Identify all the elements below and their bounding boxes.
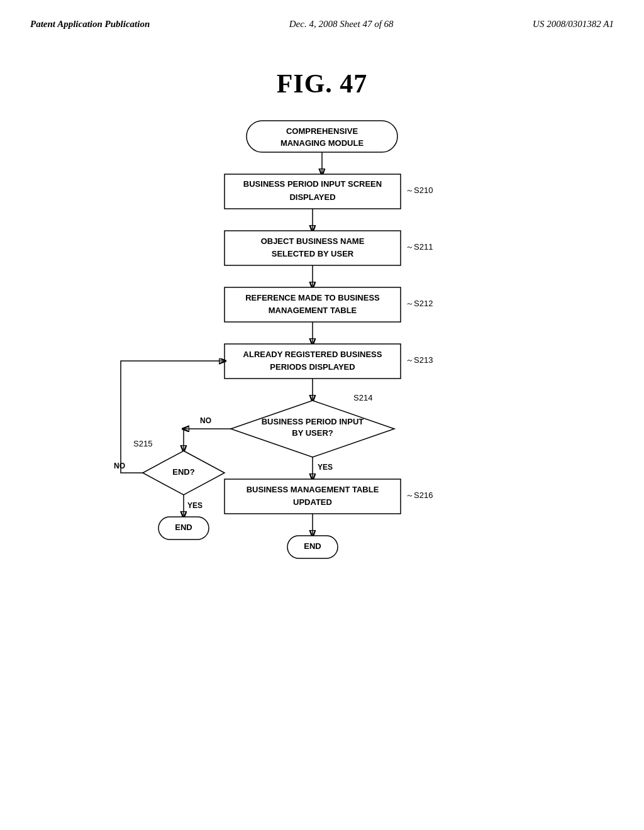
node-s215-text: END? bbox=[172, 467, 194, 477]
node-s211 bbox=[225, 231, 401, 265]
node-s213-text1: ALREADY REGISTERED BUSINESS bbox=[243, 350, 382, 359]
header-left: Patent Application Publication bbox=[30, 18, 150, 31]
no-label-s215: NO bbox=[114, 462, 125, 470]
publication-label: Patent Application Publication bbox=[30, 19, 150, 29]
node-s212 bbox=[225, 287, 401, 322]
date-sheet-label: Dec. 4, 2008 Sheet 47 of 68 bbox=[289, 19, 394, 29]
page-header: Patent Application Publication Dec. 4, 2… bbox=[0, 0, 644, 31]
node-s212-text2: MANAGEMENT TABLE bbox=[269, 306, 357, 315]
node-s212-text1: REFERENCE MADE TO BUSINESS bbox=[245, 293, 380, 302]
patent-number-label: US 2008/0301382 A1 bbox=[533, 19, 614, 29]
node-s214-text2: BY USER? bbox=[292, 428, 333, 438]
node-s213-text2: PERIODS DISPLAYED bbox=[270, 362, 355, 372]
node-s216-ref: ～S216 bbox=[406, 490, 433, 500]
node-s210-text2: DISPLAYED bbox=[289, 192, 335, 202]
node-s216-text2: UPDATED bbox=[293, 497, 332, 507]
yes-label-s214: YES bbox=[318, 463, 333, 472]
node-s214-text1: BUSINESS PERIOD INPUT bbox=[262, 417, 364, 426]
node-s213-ref: ～S213 bbox=[406, 355, 433, 365]
node-s210-ref: ～S210 bbox=[406, 185, 433, 195]
node-s212-ref: ～S212 bbox=[406, 299, 433, 308]
figure-title: FIG. 47 bbox=[0, 69, 644, 99]
node-s215-ref1: S215 bbox=[133, 439, 152, 448]
header-center: Dec. 4, 2008 Sheet 47 of 68 bbox=[289, 18, 394, 31]
header-right: US 2008/0301382 A1 bbox=[533, 18, 614, 31]
node-end1-text: END bbox=[175, 523, 192, 532]
node-s211-ref: ～S211 bbox=[406, 242, 433, 252]
flowchart-container: text { font-family: Arial, Helvetica, sa… bbox=[0, 105, 644, 734]
node-end2-text: END bbox=[304, 541, 321, 551]
flowchart-svg: text { font-family: Arial, Helvetica, sa… bbox=[102, 105, 542, 734]
node-s211-text1: OBJECT BUSINESS NAME bbox=[261, 236, 365, 246]
no-label-s214: NO bbox=[200, 416, 211, 425]
node-start-text2: MANAGING MODULE bbox=[280, 138, 364, 148]
yes-label-s215: YES bbox=[187, 501, 203, 510]
node-start-text1: COMPREHENSIVE bbox=[286, 126, 358, 136]
node-s216 bbox=[225, 479, 401, 514]
node-s213 bbox=[225, 344, 401, 379]
node-s210-text1: BUSINESS PERIOD INPUT SCREEN bbox=[243, 179, 382, 189]
node-s216-text1: BUSINESS MANAGEMENT TABLE bbox=[247, 485, 379, 494]
node-s211-text2: SELECTED BY USER bbox=[272, 249, 354, 258]
node-s214-ref: S214 bbox=[353, 393, 372, 402]
